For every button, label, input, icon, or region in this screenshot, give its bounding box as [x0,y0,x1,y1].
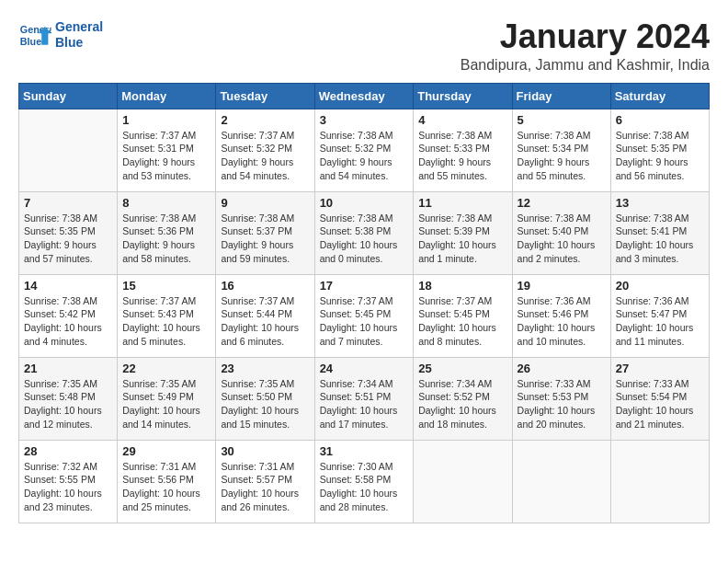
day-info: Sunrise: 7:38 AM Sunset: 5:36 PM Dayligh… [122,212,210,266]
day-info: Sunrise: 7:34 AM Sunset: 5:52 PM Dayligh… [418,377,506,431]
svg-text:Blue: Blue [20,36,41,47]
calendar-cell: 7Sunrise: 7:38 AM Sunset: 5:35 PM Daylig… [19,191,118,274]
week-row-5: 28Sunrise: 7:32 AM Sunset: 5:55 PM Dayli… [19,440,710,523]
calendar-cell: 24Sunrise: 7:34 AM Sunset: 5:51 PM Dayli… [314,357,414,440]
weekday-header-thursday: Thursday [414,83,512,109]
week-row-2: 7Sunrise: 7:38 AM Sunset: 5:35 PM Daylig… [19,191,710,274]
calendar-cell: 26Sunrise: 7:33 AM Sunset: 5:53 PM Dayli… [512,357,610,440]
day-number: 18 [418,279,506,293]
header: General Blue General Blue January 2024 B… [18,18,710,74]
logo-icon: General Blue [18,18,51,52]
day-number: 12 [518,196,606,210]
calendar-cell: 21Sunrise: 7:35 AM Sunset: 5:48 PM Dayli… [19,357,118,440]
calendar-cell: 2Sunrise: 7:37 AM Sunset: 5:32 PM Daylig… [216,109,314,191]
day-info: Sunrise: 7:35 AM Sunset: 5:49 PM Dayligh… [122,377,210,431]
day-info: Sunrise: 7:37 AM Sunset: 5:45 PM Dayligh… [418,294,506,349]
day-info: Sunrise: 7:37 AM Sunset: 5:44 PM Dayligh… [221,294,309,349]
day-info: Sunrise: 7:33 AM Sunset: 5:53 PM Dayligh… [518,377,606,431]
day-number: 23 [221,362,309,375]
calendar-cell: 18Sunrise: 7:37 AM Sunset: 5:45 PM Dayli… [414,274,512,357]
weekday-header-wednesday: Wednesday [314,83,414,109]
weekday-header-tuesday: Tuesday [216,83,314,109]
month-title: January 2024 [461,18,710,55]
day-number: 15 [122,279,210,293]
day-info: Sunrise: 7:30 AM Sunset: 5:58 PM Dayligh… [320,460,409,514]
day-info: Sunrise: 7:38 AM Sunset: 5:33 PM Dayligh… [418,129,506,183]
day-number: 31 [320,444,409,458]
day-number: 25 [418,362,506,375]
logo-blue: Blue [55,35,83,50]
day-number: 4 [418,113,506,127]
logo: General Blue General Blue [18,18,103,52]
day-number: 24 [320,362,409,375]
calendar-cell: 3Sunrise: 7:38 AM Sunset: 5:32 PM Daylig… [314,109,414,191]
calendar-cell [512,440,610,523]
calendar-cell: 27Sunrise: 7:33 AM Sunset: 5:54 PM Dayli… [610,357,709,440]
calendar-cell: 11Sunrise: 7:38 AM Sunset: 5:39 PM Dayli… [414,191,512,274]
day-number: 13 [616,196,704,210]
day-info: Sunrise: 7:38 AM Sunset: 5:40 PM Dayligh… [518,212,606,266]
calendar-cell: 28Sunrise: 7:32 AM Sunset: 5:55 PM Dayli… [19,440,118,523]
day-info: Sunrise: 7:38 AM Sunset: 5:38 PM Dayligh… [320,212,409,266]
logo-general: General [55,19,103,34]
day-info: Sunrise: 7:32 AM Sunset: 5:55 PM Dayligh… [24,460,112,514]
day-info: Sunrise: 7:36 AM Sunset: 5:47 PM Dayligh… [616,294,704,349]
weekday-header-saturday: Saturday [610,83,709,109]
day-info: Sunrise: 7:38 AM Sunset: 5:37 PM Dayligh… [221,212,309,266]
calendar-cell: 9Sunrise: 7:38 AM Sunset: 5:37 PM Daylig… [216,191,314,274]
calendar-cell: 29Sunrise: 7:31 AM Sunset: 5:56 PM Dayli… [118,440,216,523]
day-number: 9 [221,196,309,210]
calendar-cell: 4Sunrise: 7:38 AM Sunset: 5:33 PM Daylig… [414,109,512,191]
week-row-1: 1Sunrise: 7:37 AM Sunset: 5:31 PM Daylig… [19,109,710,191]
day-info: Sunrise: 7:35 AM Sunset: 5:48 PM Dayligh… [24,377,112,431]
weekday-row: SundayMondayTuesdayWednesdayThursdayFrid… [19,83,710,109]
calendar-table: SundayMondayTuesdayWednesdayThursdayFrid… [18,83,710,523]
day-info: Sunrise: 7:38 AM Sunset: 5:39 PM Dayligh… [418,212,506,266]
day-number: 6 [616,113,704,127]
day-number: 11 [418,196,506,210]
day-info: Sunrise: 7:37 AM Sunset: 5:32 PM Dayligh… [221,129,309,183]
week-row-3: 14Sunrise: 7:38 AM Sunset: 5:42 PM Dayli… [19,274,710,357]
calendar-cell: 8Sunrise: 7:38 AM Sunset: 5:36 PM Daylig… [118,191,216,274]
calendar-cell: 5Sunrise: 7:38 AM Sunset: 5:34 PM Daylig… [512,109,610,191]
calendar-cell: 16Sunrise: 7:37 AM Sunset: 5:44 PM Dayli… [216,274,314,357]
day-number: 10 [320,196,409,210]
day-info: Sunrise: 7:38 AM Sunset: 5:34 PM Dayligh… [518,129,606,183]
calendar-cell [610,440,709,523]
day-number: 26 [518,362,606,375]
location-subtitle: Bandipura, Jammu and Kashmir, India [461,57,710,74]
day-info: Sunrise: 7:38 AM Sunset: 5:41 PM Dayligh… [616,212,704,266]
day-info: Sunrise: 7:34 AM Sunset: 5:51 PM Dayligh… [320,377,409,431]
day-info: Sunrise: 7:33 AM Sunset: 5:54 PM Dayligh… [616,377,704,431]
calendar-cell: 12Sunrise: 7:38 AM Sunset: 5:40 PM Dayli… [512,191,610,274]
day-info: Sunrise: 7:31 AM Sunset: 5:56 PM Dayligh… [122,460,210,514]
day-number: 27 [616,362,704,375]
calendar-cell: 22Sunrise: 7:35 AM Sunset: 5:49 PM Dayli… [118,357,216,440]
calendar-cell: 6Sunrise: 7:38 AM Sunset: 5:35 PM Daylig… [610,109,709,191]
weekday-header-monday: Monday [118,83,216,109]
day-number: 29 [122,444,210,458]
day-number: 7 [24,196,112,210]
calendar-cell: 1Sunrise: 7:37 AM Sunset: 5:31 PM Daylig… [118,109,216,191]
day-info: Sunrise: 7:38 AM Sunset: 5:35 PM Dayligh… [616,129,704,183]
weekday-header-friday: Friday [512,83,610,109]
week-row-4: 21Sunrise: 7:35 AM Sunset: 5:48 PM Dayli… [19,357,710,440]
calendar-header: SundayMondayTuesdayWednesdayThursdayFrid… [19,83,710,109]
calendar-cell: 14Sunrise: 7:38 AM Sunset: 5:42 PM Dayli… [19,274,118,357]
day-info: Sunrise: 7:38 AM Sunset: 5:42 PM Dayligh… [24,294,112,349]
day-info: Sunrise: 7:38 AM Sunset: 5:32 PM Dayligh… [320,129,409,183]
day-number: 2 [221,113,309,127]
calendar-cell: 31Sunrise: 7:30 AM Sunset: 5:58 PM Dayli… [314,440,414,523]
calendar-body: 1Sunrise: 7:37 AM Sunset: 5:31 PM Daylig… [19,109,710,523]
day-number: 21 [24,362,112,375]
calendar-cell: 17Sunrise: 7:37 AM Sunset: 5:45 PM Dayli… [314,274,414,357]
title-area: January 2024 Bandipura, Jammu and Kashmi… [461,18,710,74]
day-number: 3 [320,113,409,127]
day-number: 17 [320,279,409,293]
calendar-cell: 15Sunrise: 7:37 AM Sunset: 5:43 PM Dayli… [118,274,216,357]
day-info: Sunrise: 7:37 AM Sunset: 5:43 PM Dayligh… [122,294,210,349]
day-number: 1 [122,113,210,127]
day-number: 8 [122,196,210,210]
calendar-cell: 30Sunrise: 7:31 AM Sunset: 5:57 PM Dayli… [216,440,314,523]
calendar-cell: 10Sunrise: 7:38 AM Sunset: 5:38 PM Dayli… [314,191,414,274]
